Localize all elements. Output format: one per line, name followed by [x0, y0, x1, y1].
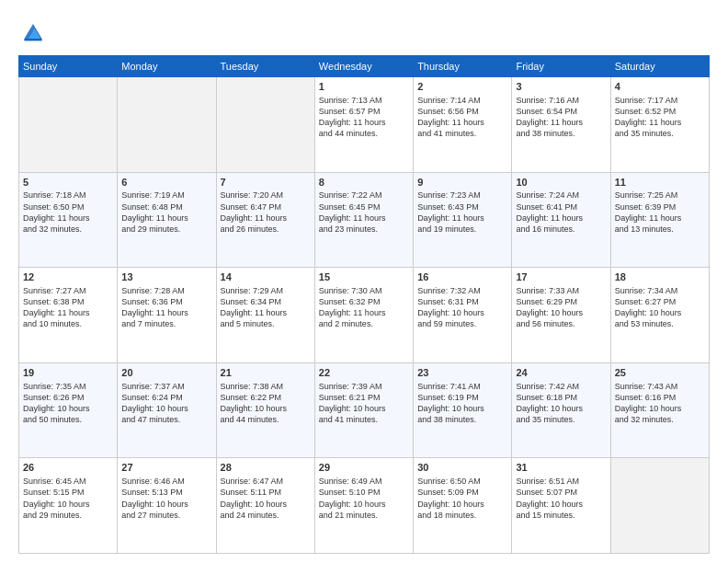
day-number: 13: [121, 270, 211, 284]
day-number: 12: [23, 270, 113, 284]
day-info: Sunrise: 6:51 AM Sunset: 5:07 PM Dayligh…: [516, 476, 606, 521]
day-header-saturday: Saturday: [610, 56, 709, 77]
day-number: 22: [319, 366, 409, 380]
day-header-tuesday: Tuesday: [216, 56, 314, 77]
calendar-day-11: 11Sunrise: 7:25 AM Sunset: 6:39 PM Dayli…: [610, 172, 709, 268]
calendar-day-4: 4Sunrise: 7:17 AM Sunset: 6:52 PM Daylig…: [610, 77, 709, 173]
day-number: 1: [319, 80, 409, 94]
day-number: 27: [121, 461, 211, 475]
page-header: [18, 17, 710, 46]
day-info: Sunrise: 7:29 AM Sunset: 6:34 PM Dayligh…: [221, 285, 311, 330]
day-info: Sunrise: 7:39 AM Sunset: 6:21 PM Dayligh…: [319, 381, 409, 426]
day-number: 19: [23, 366, 113, 380]
calendar-day-13: 13Sunrise: 7:28 AM Sunset: 6:36 PM Dayli…: [118, 268, 216, 363]
day-info: Sunrise: 6:46 AM Sunset: 5:13 PM Dayligh…: [121, 476, 211, 521]
day-number: 23: [417, 366, 507, 380]
calendar-day-1: 1Sunrise: 7:13 AM Sunset: 6:57 PM Daylig…: [314, 77, 413, 173]
day-info: Sunrise: 7:17 AM Sunset: 6:52 PM Dayligh…: [615, 95, 705, 140]
day-info: Sunrise: 7:43 AM Sunset: 6:16 PM Dayligh…: [615, 381, 705, 426]
day-number: 11: [615, 176, 705, 190]
calendar-week-1: 1Sunrise: 7:13 AM Sunset: 6:57 PM Daylig…: [19, 77, 710, 173]
svg-rect-2: [24, 39, 41, 40]
day-info: Sunrise: 6:49 AM Sunset: 5:10 PM Dayligh…: [319, 476, 409, 521]
calendar-day-6: 6Sunrise: 7:19 AM Sunset: 6:48 PM Daylig…: [118, 172, 216, 268]
calendar-week-4: 19Sunrise: 7:35 AM Sunset: 6:26 PM Dayli…: [19, 362, 710, 458]
day-info: Sunrise: 7:27 AM Sunset: 6:38 PM Dayligh…: [23, 285, 113, 330]
calendar-day-25: 25Sunrise: 7:43 AM Sunset: 6:16 PM Dayli…: [610, 362, 709, 458]
calendar-day-28: 28Sunrise: 6:47 AM Sunset: 5:11 PM Dayli…: [216, 458, 314, 554]
day-info: Sunrise: 7:13 AM Sunset: 6:57 PM Dayligh…: [319, 95, 409, 140]
calendar-day-21: 21Sunrise: 7:38 AM Sunset: 6:22 PM Dayli…: [216, 362, 314, 458]
calendar-table: SundayMondayTuesdayWednesdayThursdayFrid…: [18, 55, 710, 554]
day-info: Sunrise: 7:41 AM Sunset: 6:19 PM Dayligh…: [417, 381, 507, 426]
day-number: 6: [121, 176, 211, 190]
calendar-day-10: 10Sunrise: 7:24 AM Sunset: 6:41 PM Dayli…: [512, 172, 610, 268]
calendar-empty-cell: [118, 77, 216, 173]
day-info: Sunrise: 7:24 AM Sunset: 6:41 PM Dayligh…: [516, 190, 606, 235]
calendar-day-18: 18Sunrise: 7:34 AM Sunset: 6:27 PM Dayli…: [610, 268, 709, 363]
day-number: 8: [319, 176, 409, 190]
day-info: Sunrise: 7:19 AM Sunset: 6:48 PM Dayligh…: [121, 190, 211, 235]
day-info: Sunrise: 7:38 AM Sunset: 6:22 PM Dayligh…: [221, 381, 311, 426]
calendar-day-29: 29Sunrise: 6:49 AM Sunset: 5:10 PM Dayli…: [314, 458, 413, 554]
day-number: 16: [417, 270, 507, 284]
day-info: Sunrise: 7:33 AM Sunset: 6:29 PM Dayligh…: [516, 285, 606, 330]
day-info: Sunrise: 6:45 AM Sunset: 5:15 PM Dayligh…: [23, 476, 113, 521]
calendar-empty-cell: [610, 458, 709, 554]
day-info: Sunrise: 6:50 AM Sunset: 5:09 PM Dayligh…: [417, 476, 507, 521]
calendar-empty-cell: [216, 77, 314, 173]
day-number: 20: [121, 366, 211, 380]
calendar-day-15: 15Sunrise: 7:30 AM Sunset: 6:32 PM Dayli…: [314, 268, 413, 363]
calendar-day-16: 16Sunrise: 7:32 AM Sunset: 6:31 PM Dayli…: [414, 268, 512, 363]
calendar-day-23: 23Sunrise: 7:41 AM Sunset: 6:19 PM Dayli…: [414, 362, 512, 458]
calendar-day-5: 5Sunrise: 7:18 AM Sunset: 6:50 PM Daylig…: [19, 172, 118, 268]
calendar-day-7: 7Sunrise: 7:20 AM Sunset: 6:47 PM Daylig…: [216, 172, 314, 268]
day-number: 30: [417, 461, 507, 475]
day-info: Sunrise: 7:42 AM Sunset: 6:18 PM Dayligh…: [516, 381, 606, 426]
calendar-day-22: 22Sunrise: 7:39 AM Sunset: 6:21 PM Dayli…: [314, 362, 413, 458]
day-number: 21: [221, 366, 311, 380]
calendar-day-8: 8Sunrise: 7:22 AM Sunset: 6:45 PM Daylig…: [314, 172, 413, 268]
day-info: Sunrise: 7:14 AM Sunset: 6:56 PM Dayligh…: [417, 95, 507, 140]
calendar-day-19: 19Sunrise: 7:35 AM Sunset: 6:26 PM Dayli…: [19, 362, 118, 458]
day-header-thursday: Thursday: [414, 56, 512, 77]
day-number: 26: [23, 461, 113, 475]
day-info: Sunrise: 7:30 AM Sunset: 6:32 PM Dayligh…: [319, 285, 409, 330]
day-number: 5: [23, 176, 113, 190]
calendar-day-17: 17Sunrise: 7:33 AM Sunset: 6:29 PM Dayli…: [512, 268, 610, 363]
day-number: 18: [615, 270, 705, 284]
day-info: Sunrise: 6:47 AM Sunset: 5:11 PM Dayligh…: [221, 476, 311, 521]
day-number: 25: [615, 366, 705, 380]
calendar-day-12: 12Sunrise: 7:27 AM Sunset: 6:38 PM Dayli…: [19, 268, 118, 363]
day-info: Sunrise: 7:16 AM Sunset: 6:54 PM Dayligh…: [516, 95, 606, 140]
day-info: Sunrise: 7:25 AM Sunset: 6:39 PM Dayligh…: [615, 190, 705, 235]
day-number: 7: [221, 176, 311, 190]
day-header-monday: Monday: [118, 56, 216, 77]
day-number: 10: [516, 176, 606, 190]
calendar-day-2: 2Sunrise: 7:14 AM Sunset: 6:56 PM Daylig…: [414, 77, 512, 173]
day-number: 9: [417, 176, 507, 190]
day-info: Sunrise: 7:34 AM Sunset: 6:27 PM Dayligh…: [615, 285, 705, 330]
day-info: Sunrise: 7:32 AM Sunset: 6:31 PM Dayligh…: [417, 285, 507, 330]
calendar-day-27: 27Sunrise: 6:46 AM Sunset: 5:13 PM Dayli…: [118, 458, 216, 554]
day-info: Sunrise: 7:37 AM Sunset: 6:24 PM Dayligh…: [121, 381, 211, 426]
day-info: Sunrise: 7:35 AM Sunset: 6:26 PM Dayligh…: [23, 381, 113, 426]
calendar-day-3: 3Sunrise: 7:16 AM Sunset: 6:54 PM Daylig…: [512, 77, 610, 173]
day-number: 17: [516, 270, 606, 284]
day-number: 15: [319, 270, 409, 284]
calendar-day-26: 26Sunrise: 6:45 AM Sunset: 5:15 PM Dayli…: [19, 458, 118, 554]
calendar-empty-cell: [19, 77, 118, 173]
day-number: 4: [615, 80, 705, 94]
day-info: Sunrise: 7:23 AM Sunset: 6:43 PM Dayligh…: [417, 190, 507, 235]
calendar-day-24: 24Sunrise: 7:42 AM Sunset: 6:18 PM Dayli…: [512, 362, 610, 458]
calendar-day-14: 14Sunrise: 7:29 AM Sunset: 6:34 PM Dayli…: [216, 268, 314, 363]
calendar-header-row: SundayMondayTuesdayWednesdayThursdayFrid…: [19, 56, 710, 77]
day-number: 28: [221, 461, 311, 475]
day-number: 14: [221, 270, 311, 284]
calendar-week-2: 5Sunrise: 7:18 AM Sunset: 6:50 PM Daylig…: [19, 172, 710, 268]
day-header-sunday: Sunday: [19, 56, 118, 77]
day-info: Sunrise: 7:18 AM Sunset: 6:50 PM Dayligh…: [23, 190, 113, 235]
day-header-friday: Friday: [512, 56, 610, 77]
calendar-day-9: 9Sunrise: 7:23 AM Sunset: 6:43 PM Daylig…: [414, 172, 512, 268]
calendar-week-5: 26Sunrise: 6:45 AM Sunset: 5:15 PM Dayli…: [19, 458, 710, 554]
